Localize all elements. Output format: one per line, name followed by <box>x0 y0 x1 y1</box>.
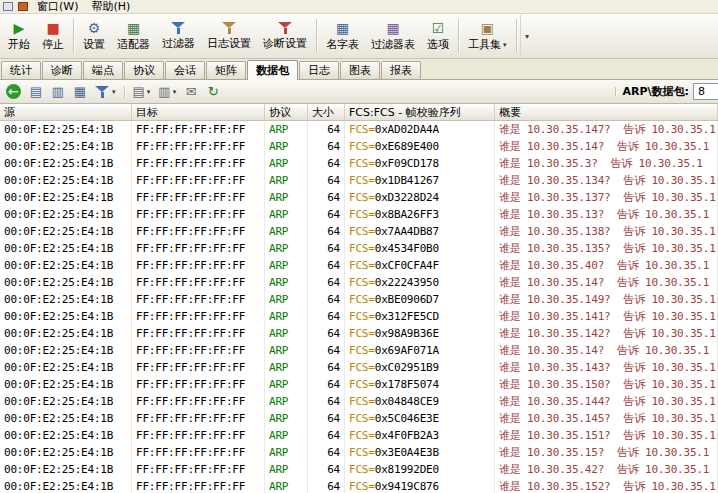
cell-size: 64 <box>308 172 345 189</box>
column-header[interactable]: 目标 <box>132 104 265 120</box>
tab-logs[interactable]: 日志 <box>299 61 339 79</box>
fcs-label: FCS= <box>349 361 375 374</box>
name-table-button[interactable]: ▦名字表 <box>320 15 365 57</box>
packet-list-view-button[interactable]: ▤ <box>26 82 46 102</box>
cell-source: 00:0F:E2:25:E4:1B <box>0 121 132 138</box>
cell-source: 00:0F:E2:25:E4:1B <box>0 257 132 274</box>
column-header[interactable]: 协议 <box>265 104 308 120</box>
packet-list: 00:0F:E2:25:E4:1BFF:FF:FF:FF:FF:FFARP64F… <box>0 121 718 493</box>
options-icon: ☑ <box>432 20 445 36</box>
table-row[interactable]: 00:0F:E2:25:E4:1BFF:FF:FF:FF:FF:FFARP64F… <box>0 138 718 155</box>
options-button-label: 选项 <box>427 37 449 52</box>
tab-charts[interactable]: 图表 <box>340 61 380 79</box>
column-header[interactable]: FCS:FCS - 帧校验序列 <box>345 104 495 120</box>
cell-protocol: ARP <box>265 240 308 257</box>
refresh-button[interactable]: ↻ <box>203 82 223 102</box>
table-row[interactable]: 00:0F:E2:25:E4:1BFF:FF:FF:FF:FF:FFARP64F… <box>0 376 718 393</box>
back-button[interactable]: ← <box>3 82 24 102</box>
filter-button-label: 过滤器 <box>162 36 195 51</box>
table-row[interactable]: 00:0F:E2:25:E4:1BFF:FF:FF:FF:FF:FFARP64F… <box>0 206 718 223</box>
cell-destination: FF:FF:FF:FF:FF:FF <box>132 274 265 291</box>
filter-button[interactable]: 过滤器 <box>156 15 201 57</box>
tab-conversations[interactable]: 会话 <box>165 61 205 79</box>
tab-statistics[interactable]: 统计 <box>1 61 41 79</box>
tab-packets[interactable]: 数据包 <box>247 60 298 80</box>
log-settings-button[interactable]: 日志设置 <box>201 15 257 57</box>
cell-size: 64 <box>308 444 345 461</box>
table-row[interactable]: 00:0F:E2:25:E4:1BFF:FF:FF:FF:FF:FFARP64F… <box>0 291 718 308</box>
filter-table-button[interactable]: ▦过滤器表 <box>365 15 421 57</box>
column-picker-button[interactable]: ▥▾ <box>155 82 179 102</box>
table-row[interactable]: 00:0F:E2:25:E4:1BFF:FF:FF:FF:FF:FFARP64F… <box>0 121 718 138</box>
menu-window[interactable]: 窗口(W) <box>33 0 82 14</box>
column-header[interactable]: 概要 <box>495 104 718 120</box>
fcs-value: 0xF09CD178 <box>375 157 439 170</box>
arp-packet-count-label: ARP\数据包: <box>623 84 689 99</box>
mail-export-button[interactable]: ✉ <box>181 82 201 102</box>
cell-source: 00:0F:E2:25:E4:1B <box>0 291 132 308</box>
table-row[interactable]: 00:0F:E2:25:E4:1BFF:FF:FF:FF:FF:FFARP64F… <box>0 359 718 376</box>
column-header[interactable]: 大小 <box>308 104 345 120</box>
tab-diagnosis[interactable]: 诊断 <box>42 61 82 79</box>
menu-help[interactable]: 帮助(H) <box>87 0 134 14</box>
adapter-button[interactable]: ▦适配器 <box>111 15 156 57</box>
table-row[interactable]: 00:0F:E2:25:E4:1BFF:FF:FF:FF:FF:FFARP64F… <box>0 172 718 189</box>
table-row[interactable]: 00:0F:E2:25:E4:1BFF:FF:FF:FF:FF:FFARP64F… <box>0 155 718 172</box>
start-button[interactable]: ▶开始 <box>2 15 36 57</box>
auto-filter-button[interactable]: ▾ <box>92 82 119 102</box>
main-toolbar: ▶开始■停止⚙设置▦适配器过滤器日志设置诊断设置▦名字表▦过滤器表☑选项▣工具集… <box>0 14 718 59</box>
packet-hex-view-button[interactable]: ▦ <box>70 82 90 102</box>
table-row[interactable]: 00:0F:E2:25:E4:1BFF:FF:FF:FF:FF:FFARP64F… <box>0 240 718 257</box>
cell-size: 64 <box>308 223 345 240</box>
stop-icon: ■ <box>46 20 59 36</box>
tab-matrix[interactable]: 矩阵 <box>206 61 246 79</box>
cell-protocol: ARP <box>265 376 308 393</box>
table-row[interactable]: 00:0F:E2:25:E4:1BFF:FF:FF:FF:FF:FFARP64F… <box>0 325 718 342</box>
cell-protocol: ARP <box>265 325 308 342</box>
table-row[interactable]: 00:0F:E2:25:E4:1BFF:FF:FF:FF:FF:FFARP64F… <box>0 410 718 427</box>
packet-decode-view-button[interactable]: ▥ <box>48 82 68 102</box>
toolset-icon: ▣ <box>481 20 494 36</box>
cell-protocol: ARP <box>265 359 308 376</box>
table-row[interactable]: 00:0F:E2:25:E4:1BFF:FF:FF:FF:FF:FFARP64F… <box>0 189 718 206</box>
cell-summary: 谁是 10.30.35.42? 告诉 10.30.35.1 <box>495 461 718 478</box>
table-row[interactable]: 00:0F:E2:25:E4:1BFF:FF:FF:FF:FF:FFARP64F… <box>0 478 718 493</box>
cell-destination: FF:FF:FF:FF:FF:FF <box>132 376 265 393</box>
cell-source: 00:0F:E2:25:E4:1B <box>0 155 132 172</box>
table-row[interactable]: 00:0F:E2:25:E4:1BFF:FF:FF:FF:FF:FFARP64F… <box>0 444 718 461</box>
cell-fcs: FCS=0x22243950 <box>345 274 495 291</box>
table-row[interactable]: 00:0F:E2:25:E4:1BFF:FF:FF:FF:FF:FFARP64F… <box>0 427 718 444</box>
tab-reports[interactable]: 报表 <box>381 61 421 79</box>
tab-endpoints[interactable]: 端点 <box>83 61 123 79</box>
cell-fcs: FCS=0xD3228D24 <box>345 189 495 206</box>
settings-button[interactable]: ⚙设置 <box>77 15 111 57</box>
cell-size: 64 <box>308 478 345 493</box>
cell-protocol: ARP <box>265 291 308 308</box>
table-row[interactable]: 00:0F:E2:25:E4:1BFF:FF:FF:FF:FF:FFARP64F… <box>0 274 718 291</box>
cell-fcs: FCS=0xAD02DA4A <box>345 121 495 138</box>
cell-source: 00:0F:E2:25:E4:1B <box>0 342 132 359</box>
cell-destination: FF:FF:FF:FF:FF:FF <box>132 240 265 257</box>
toolbar-overflow-button[interactable]: ▾ <box>520 15 534 57</box>
stop-button[interactable]: ■停止 <box>36 15 70 57</box>
table-row[interactable]: 00:0F:E2:25:E4:1BFF:FF:FF:FF:FF:FFARP64F… <box>0 308 718 325</box>
view-tab-bar: 统计诊断端点协议会话矩阵数据包日志图表报表 <box>0 59 718 80</box>
filter-table-icon: ▦ <box>386 20 399 36</box>
fcs-value: 0x8BA26FF3 <box>375 208 439 221</box>
table-row[interactable]: 00:0F:E2:25:E4:1BFF:FF:FF:FF:FF:FFARP64F… <box>0 342 718 359</box>
options-button[interactable]: ☑选项 <box>421 15 455 57</box>
cell-source: 00:0F:E2:25:E4:1B <box>0 206 132 223</box>
toolset-button[interactable]: ▣工具集▾ <box>462 15 513 57</box>
fcs-value: 0x4F0FB2A3 <box>375 429 439 442</box>
tab-protocols[interactable]: 协议 <box>124 61 164 79</box>
diagnostic-settings-button[interactable]: 诊断设置 <box>257 15 313 57</box>
cell-summary: 谁是 10.30.35.147? 告诉 10.30.35.1 <box>495 121 718 138</box>
table-row[interactable]: 00:0F:E2:25:E4:1BFF:FF:FF:FF:FF:FFARP64F… <box>0 393 718 410</box>
column-header[interactable]: 源 <box>0 104 132 120</box>
table-row[interactable]: 00:0F:E2:25:E4:1BFF:FF:FF:FF:FF:FFARP64F… <box>0 461 718 478</box>
table-row[interactable]: 00:0F:E2:25:E4:1BFF:FF:FF:FF:FF:FFARP64F… <box>0 223 718 240</box>
display-filter-button[interactable]: ▤▾ <box>130 82 154 102</box>
table-row[interactable]: 00:0F:E2:25:E4:1BFF:FF:FF:FF:FF:FFARP64F… <box>0 257 718 274</box>
fcs-label: FCS= <box>349 174 375 187</box>
cell-destination: FF:FF:FF:FF:FF:FF <box>132 308 265 325</box>
